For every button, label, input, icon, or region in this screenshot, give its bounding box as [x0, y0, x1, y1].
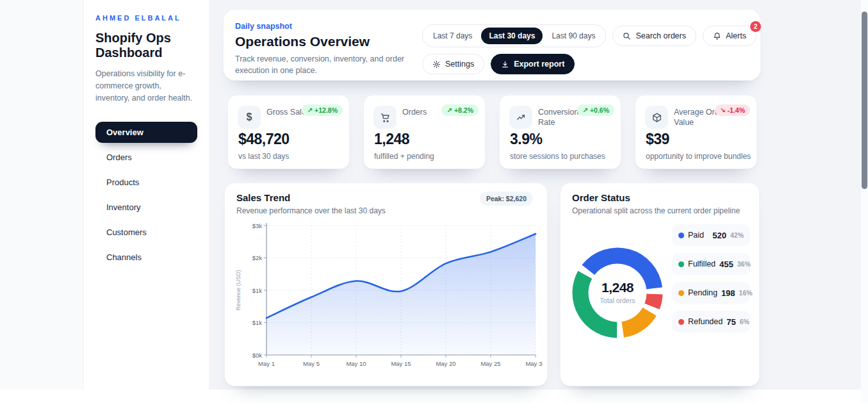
- svg-text:$1k: $1k: [252, 287, 263, 294]
- legend-label: Paid: [688, 231, 708, 240]
- range-last-7-days-button[interactable]: Last 7 days: [425, 28, 480, 44]
- left-gutter: [0, 0, 83, 390]
- kpi-value: $39: [646, 131, 669, 148]
- package-icon: [645, 106, 668, 129]
- legend-pct: 16%: [739, 289, 753, 297]
- trend-up-icon: ↗: [446, 106, 452, 114]
- kpi-card-average-order-value: Average Order Value ↘-1.4% $39 opportuni…: [635, 95, 757, 169]
- search-orders-button[interactable]: Search orders: [612, 26, 696, 46]
- kpi-trend-value: +8.2%: [454, 106, 473, 114]
- legend-value: 75: [726, 317, 735, 327]
- settings-button[interactable]: Settings: [422, 54, 484, 74]
- order-status-title: Order Status: [572, 192, 759, 203]
- alerts-button[interactable]: Alerts 2: [703, 26, 757, 46]
- svg-text:May 1: May 1: [258, 360, 275, 367]
- legend-row-fulfilled: Fulfilled 455 36%: [672, 253, 750, 275]
- svg-text:Total orders: Total orders: [600, 297, 635, 304]
- sidebar: AHMED ELBALAL Shopify Ops Dashboard Oper…: [83, 0, 209, 390]
- page-subtitle: Track revenue, conversion, inventory, an…: [235, 53, 434, 76]
- kpi-trend-badge: ↗+8.2%: [441, 104, 479, 116]
- kpi-card-orders: Orders ↗+8.2% 1,248 fulfilled + pending: [363, 95, 486, 169]
- svg-text:May 5: May 5: [303, 360, 320, 367]
- order-status-subtitle: Operational split across the current ord…: [572, 206, 759, 215]
- sidebar-item-inventory[interactable]: Inventory: [95, 197, 197, 218]
- scrollbar-thumb[interactable]: [862, 12, 867, 189]
- legend-label: Refunded: [688, 317, 723, 326]
- svg-text:$1k: $1k: [252, 319, 263, 326]
- svg-text:May 25: May 25: [480, 360, 500, 367]
- svg-text:$2k: $2k: [252, 254, 263, 261]
- shopify-ops-dashboard: AHMED ELBALAL Shopify Ops Dashboard Oper…: [0, 0, 868, 403]
- sidebar-item-customers[interactable]: Customers: [95, 222, 197, 243]
- svg-text:$0k: $0k: [252, 352, 263, 359]
- export-report-label: Export report: [514, 60, 564, 69]
- kpi-trend-value: +0.6%: [590, 106, 609, 114]
- range-last-90-days-button[interactable]: Last 90 days: [544, 28, 603, 44]
- peak-badge: Peak: $2,620: [480, 192, 533, 206]
- scrollbar-track: [861, 0, 868, 403]
- svg-text:May 10: May 10: [346, 360, 366, 367]
- settings-label: Settings: [445, 60, 474, 69]
- fulfilled-dot-icon: [678, 261, 684, 267]
- cart-icon: [373, 106, 397, 129]
- sales-trend-line-chart: $0k$1k$1k$2k$3kMay 1May 5May 10May 15May…: [233, 219, 543, 381]
- paid-dot-icon: [678, 233, 684, 238]
- download-icon: [501, 60, 509, 69]
- legend-label: Pending: [688, 288, 717, 297]
- legend-value: 520: [712, 231, 726, 240]
- sidebar-item-overview[interactable]: Overview: [95, 122, 197, 143]
- alerts-badge: 2: [750, 21, 761, 32]
- order-status-card: Order Status Operational split across th…: [560, 183, 760, 386]
- date-range-group: Last 7 days Last 30 days Last 90 days: [422, 24, 606, 47]
- trend-down-icon: ↘: [720, 106, 726, 114]
- svg-text:May 30: May 30: [525, 360, 543, 367]
- svg-text:May 15: May 15: [391, 360, 411, 367]
- dollar-icon: $: [238, 106, 261, 129]
- kpi-card-gross-sales: $ Gross Sales ↗+12.8% $48,720 vs last 30…: [227, 95, 350, 169]
- sidebar-item-products[interactable]: Products: [95, 172, 197, 193]
- kpi-subtext: opportunity to improve bundles: [646, 152, 751, 161]
- export-report-button[interactable]: Export report: [491, 54, 575, 74]
- sales-trend-card: Sales Trend Peak: $2,620 Revenue perform…: [224, 183, 548, 386]
- range-last-30-days-button[interactable]: Last 30 days: [481, 28, 543, 44]
- kpi-trend-value: -1.4%: [728, 106, 745, 114]
- svg-text:May 20: May 20: [436, 360, 455, 367]
- kpi-subtext: store sessions to purchases: [510, 152, 605, 161]
- sidebar-description: Operations visibility for e-commerce gro…: [95, 68, 193, 104]
- header-card: Daily snapshot Operations Overview Track…: [223, 9, 761, 81]
- sidebar-nav: Overview Orders Products Inventory Custo…: [95, 122, 197, 268]
- search-orders-label: Search orders: [635, 31, 686, 40]
- legend-value: 455: [719, 259, 733, 269]
- main-area: Daily snapshot Operations Overview Track…: [209, 0, 868, 390]
- legend-value: 198: [721, 288, 735, 298]
- refunded-dot-icon: [678, 319, 684, 325]
- svg-text:$3k: $3k: [252, 222, 263, 229]
- alerts-label: Alerts: [726, 31, 746, 40]
- kpi-trend-badge: ↗+12.8%: [302, 104, 343, 116]
- legend-row-refunded: Refunded 75 6%: [672, 311, 750, 333]
- header-controls: Last 7 days Last 30 days Last 90 days Se…: [422, 24, 757, 74]
- pending-dot-icon: [678, 290, 684, 296]
- legend-row-pending: Pending 198 16%: [672, 282, 750, 304]
- svg-text:Revenue (USD): Revenue (USD): [235, 270, 242, 311]
- legend-label: Fulfilled: [688, 259, 716, 268]
- sidebar-item-orders[interactable]: Orders: [95, 147, 197, 168]
- kpi-trend-badge: ↗+0.6%: [577, 104, 614, 116]
- kpi-trend-value: +12.8%: [315, 106, 338, 114]
- search-icon: [623, 32, 631, 40]
- sales-trend-subtitle: Revenue performance over the last 30 day…: [236, 206, 547, 215]
- order-status-legend: Paid 520 42% Fulfilled 455 36% Pending 1…: [672, 224, 750, 333]
- kpi-trend-badge: ↘-1.4%: [715, 104, 750, 116]
- kpi-subtext: vs last 30 days: [238, 152, 289, 161]
- sidebar-item-channels[interactable]: Channels: [95, 247, 197, 268]
- kpi-value: 3.9%: [510, 131, 542, 148]
- legend-pct: 36%: [737, 260, 751, 268]
- trend-up-icon: ↗: [307, 106, 313, 114]
- sidebar-title: Shopify Ops Dashboard: [95, 31, 179, 60]
- bell-icon: [713, 32, 721, 40]
- legend-row-paid: Paid 520 42%: [672, 224, 750, 246]
- kpi-value: $48,720: [238, 131, 290, 148]
- legend-pct: 6%: [740, 318, 749, 325]
- legend-pct: 42%: [730, 231, 744, 239]
- order-status-donut-chart: 1,248Total orders: [563, 238, 672, 347]
